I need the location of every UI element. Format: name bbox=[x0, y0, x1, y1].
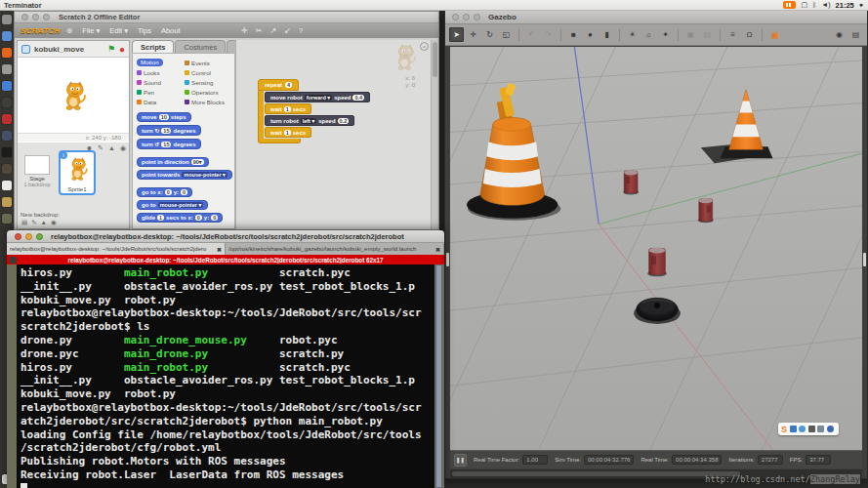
palette-block[interactable]: point towardsmouse-pointer ▾ bbox=[137, 170, 232, 180]
dock-screenshot-tool[interactable] bbox=[2, 64, 12, 74]
clock[interactable]: 21:25 bbox=[836, 1, 854, 10]
select-tool[interactable]: ➤ bbox=[449, 27, 464, 42]
right-panel-splitter[interactable] bbox=[863, 253, 866, 266]
coke-can-3[interactable] bbox=[647, 248, 667, 277]
keyboard-icon[interactable] bbox=[817, 426, 824, 432]
script-area-scrollbar[interactable] bbox=[431, 40, 438, 229]
tab-close-icon[interactable]: ✖ bbox=[217, 246, 222, 253]
palette-block[interactable]: point in direction90▾ bbox=[137, 157, 209, 167]
dock-archive-tool[interactable] bbox=[2, 214, 12, 224]
pause-button[interactable]: ❚❚ bbox=[454, 454, 467, 467]
coke-can-1[interactable] bbox=[623, 170, 639, 194]
align[interactable]: ≡ bbox=[725, 27, 740, 42]
stage-thumbnail-image[interactable] bbox=[24, 155, 50, 175]
terminal-scrollbar[interactable] bbox=[435, 264, 442, 488]
window-buttons[interactable] bbox=[15, 233, 43, 240]
green-flag-button[interactable]: ⚑ bbox=[107, 44, 115, 54]
shrink-icon[interactable]: ↙ bbox=[284, 26, 291, 35]
category-operators[interactable]: Operators bbox=[185, 87, 232, 97]
left-panel-splitter[interactable] bbox=[446, 253, 449, 266]
category-sound[interactable]: Sound bbox=[137, 77, 185, 87]
close-button[interactable] bbox=[21, 14, 28, 20]
terminal-titlebar[interactable]: relaybotbox@relaybotbox-desktop: ~/tools… bbox=[7, 230, 444, 243]
data-logger-icon[interactable]: ▤ bbox=[848, 27, 863, 42]
terminal-tab-1[interactable]: relaybotbox@relaybotbox-desktop: ~/tools… bbox=[7, 243, 226, 255]
palette-block[interactable]: go tomouse-pointer ▾ bbox=[137, 200, 208, 210]
tab-close-icon[interactable]: ✖ bbox=[435, 246, 440, 253]
window-buttons[interactable] bbox=[21, 14, 50, 20]
session-menu-icon[interactable]: ● bbox=[859, 1, 863, 9]
dock-disk-utility[interactable] bbox=[2, 164, 12, 174]
cylinder-shape[interactable]: ▮ bbox=[599, 27, 614, 42]
project-sprite-name[interactable]: kobuki_move bbox=[34, 45, 103, 54]
camera-backdrop-icon[interactable]: ◉ bbox=[51, 219, 57, 226]
category-looks[interactable]: Looks bbox=[137, 67, 185, 77]
directional-light[interactable]: ✦ bbox=[658, 27, 673, 42]
palette-block[interactable]: go to x:0y:0 bbox=[137, 187, 192, 197]
input-method-bar[interactable]: S bbox=[778, 423, 839, 435]
dock-text-editor[interactable] bbox=[2, 181, 12, 190]
duplicate-stamp-icon[interactable]: ✛ bbox=[241, 26, 248, 35]
dock-opera[interactable] bbox=[2, 147, 12, 157]
tab-scripts[interactable]: Scripts bbox=[132, 40, 174, 53]
box-shape[interactable]: ■ bbox=[566, 27, 581, 42]
close-button[interactable] bbox=[15, 233, 21, 240]
menu-about[interactable]: About bbox=[161, 26, 181, 35]
gazebo-titlebar[interactable]: Gazebo bbox=[445, 11, 867, 24]
script-area[interactable]: x: 6 y: 0 = repeat 4 move robotforward ▾… bbox=[235, 40, 431, 229]
window-buttons[interactable] bbox=[452, 14, 480, 20]
camera-icon[interactable]: ◉ bbox=[832, 27, 847, 42]
terminator-active-title[interactable]: relaybotbox@relaybotbox-desktop: ~/tools… bbox=[7, 255, 444, 264]
fullwidth-icon[interactable] bbox=[799, 426, 806, 432]
undo[interactable]: ↶ bbox=[524, 27, 539, 42]
redo[interactable]: ↷ bbox=[541, 27, 556, 42]
terminal-text[interactable]: hiros.py main_robot.py scratch.pyc__init… bbox=[17, 264, 434, 488]
coke-can-2[interactable] bbox=[698, 198, 714, 223]
volume-icon[interactable]: ◄) bbox=[821, 1, 830, 9]
input-method-indicator[interactable] bbox=[783, 1, 796, 9]
repeat-block-header[interactable]: repeat 4 bbox=[258, 79, 299, 91]
dock-system-settings[interactable] bbox=[2, 131, 12, 141]
dock-files[interactable] bbox=[2, 31, 12, 41]
robot-command-block[interactable]: turn robotleft ▾speed0.2 bbox=[265, 115, 354, 126]
menu-tips[interactable]: Tips bbox=[138, 26, 151, 35]
scale-tool[interactable]: ◱ bbox=[499, 27, 514, 42]
category-more-blocks[interactable]: More Blocks bbox=[185, 97, 232, 106]
maximize-button[interactable] bbox=[43, 14, 50, 20]
rotate-tool[interactable]: ↻ bbox=[482, 27, 497, 42]
terminal-tab-2[interactable]: /opt/ros/kinetic/share/kobuki_gazebo/lau… bbox=[226, 243, 444, 255]
display-icon[interactable]: ▢ bbox=[801, 1, 807, 9]
gazebo-3d-viewport[interactable] bbox=[450, 47, 862, 450]
delete-icon[interactable]: ✂ bbox=[256, 26, 263, 35]
wait-block[interactable]: wait1secs bbox=[265, 127, 311, 138]
stop-button[interactable]: ● bbox=[119, 45, 125, 54]
close-button[interactable] bbox=[452, 14, 459, 20]
category-sensing[interactable]: Sensing bbox=[185, 77, 232, 87]
sprite-thumbnail[interactable]: i Sprite1 bbox=[59, 150, 96, 195]
paint-new-sprite-icon[interactable]: ✎ bbox=[98, 144, 103, 152]
dock-folder-bookmark[interactable] bbox=[2, 197, 12, 207]
maximize-button[interactable] bbox=[36, 233, 43, 240]
camera-sprite-icon[interactable]: ◉ bbox=[120, 144, 126, 152]
paint-backdrop-icon[interactable]: ✎ bbox=[31, 219, 36, 226]
menu-file[interactable]: File ▾ bbox=[82, 26, 100, 35]
category-data[interactable]: Data bbox=[137, 97, 185, 106]
paste[interactable]: ▤ bbox=[700, 27, 715, 42]
palette-block[interactable]: glide1secs to x:0y:0 bbox=[137, 213, 223, 223]
palette-block[interactable]: turn ↺15degrees bbox=[137, 139, 201, 149]
minimize-button[interactable] bbox=[25, 233, 32, 240]
sprite-info-icon[interactable]: i bbox=[60, 151, 67, 159]
minimize-button[interactable] bbox=[463, 14, 470, 20]
category-events[interactable]: Events bbox=[185, 58, 232, 67]
punctuation-icon[interactable] bbox=[808, 426, 815, 432]
robot-script[interactable]: repeat 4 move robotforward ▾speed0.4wait… bbox=[258, 79, 370, 143]
tab-costumes[interactable]: Costumes bbox=[175, 40, 226, 53]
stage-thumbnail[interactable]: Stage 1 backdrop bbox=[21, 155, 53, 187]
palette-block[interactable]: turn ↻15degrees bbox=[137, 125, 201, 136]
language-globe-icon[interactable]: ⊕ bbox=[66, 26, 73, 35]
maximize-button[interactable] bbox=[474, 14, 480, 20]
translate-tool[interactable]: ✛ bbox=[466, 27, 480, 42]
backdrop-library-icon[interactable]: ▤ bbox=[21, 219, 27, 226]
copy[interactable]: ▣ bbox=[683, 27, 698, 42]
wait-block[interactable]: wait1secs bbox=[265, 103, 311, 114]
